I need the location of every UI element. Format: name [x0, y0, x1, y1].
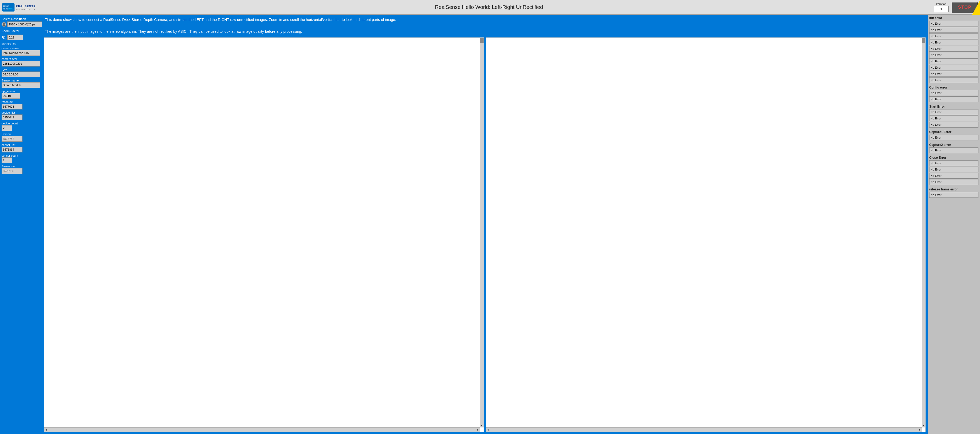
sensor-list-group: sensor_list — [2, 143, 40, 152]
close-error-1[interactable] — [929, 167, 978, 172]
api-version-label: api_version — [2, 89, 40, 93]
zoom-section: Zoom Factor — [2, 29, 40, 33]
init-error-9[interactable] — [929, 77, 978, 83]
zoom-icon — [2, 35, 6, 40]
logo-area: (intel) REAL SENSE REALSENSE TECHNOLOGY — [2, 3, 44, 11]
rscontext-group: rscontext — [2, 101, 40, 110]
left-panel-hscrollbar[interactable]: ◄ ► — [44, 428, 480, 432]
init-error-6[interactable] — [929, 58, 978, 64]
sensor-name-label: Sensor name — [2, 79, 40, 82]
device-list-input[interactable] — [2, 115, 22, 120]
dev-out-label: Dev out — [2, 132, 40, 136]
camera-name-input[interactable] — [2, 50, 40, 56]
sensor-count-group: sensor count — [2, 154, 40, 163]
device-list-group: device_list — [2, 111, 40, 120]
start-error-1[interactable] — [929, 115, 978, 121]
rscontext-input[interactable] — [2, 104, 22, 110]
app-title: RealSense Hello World: Left-Right UnRect… — [44, 4, 934, 10]
left-hscroll-right-arrow[interactable]: ► — [477, 429, 480, 431]
start-error-0[interactable] — [929, 109, 978, 115]
init-error-label: init error — [929, 16, 978, 20]
camera-name-label: camera name — [2, 46, 40, 50]
left-hscroll-left-arrow[interactable]: ◄ — [44, 429, 48, 431]
right-image-panel: ▲ ▼ ◄ ► — [486, 37, 926, 432]
right-panel-hscrollbar[interactable]: ◄ ► — [486, 428, 922, 432]
svg-text:(intel): (intel) — [3, 5, 9, 7]
init-error-3[interactable] — [929, 40, 978, 45]
capture2-error-label: Capture2 error — [929, 143, 978, 147]
start-error-label: Start Error — [929, 105, 978, 108]
camera-sn-group: camera S/N — [2, 57, 40, 67]
intel-logo: (intel) REAL SENSE — [2, 3, 15, 11]
device-list-label: device_list — [2, 111, 40, 114]
yellow-triangle-decoration — [972, 0, 980, 15]
api-version-input[interactable] — [2, 93, 20, 99]
fw-group: F/W — [2, 68, 40, 77]
init-error-8[interactable] — [929, 71, 978, 77]
right-panel-vscrollbar[interactable]: ▲ ▼ — [922, 38, 925, 428]
left-panel-vscrollbar[interactable]: ▲ ▼ — [480, 38, 484, 428]
release-frame-error-0[interactable] — [929, 192, 978, 198]
right-sidebar: init error Config error Start Error Capt… — [928, 15, 980, 434]
init-error-2[interactable] — [929, 33, 978, 39]
camera-sn-input[interactable] — [2, 61, 40, 67]
dev-out-input[interactable] — [2, 136, 22, 142]
image-panels: ▲ ▼ ◄ ► ▲ ▼ ◄ — [44, 37, 926, 432]
close-error-2[interactable] — [929, 173, 978, 179]
device-count-input[interactable] — [2, 125, 12, 131]
init-error-5[interactable] — [929, 52, 978, 58]
resolution-icon: ● — [2, 22, 6, 27]
right-vscroll-down-arrow[interactable]: ▼ — [922, 424, 925, 428]
top-bar: (intel) REAL SENSE REALSENSE TECHNOLOGY … — [0, 0, 980, 15]
capture1-error-label: Capture1 Error — [929, 130, 978, 134]
config-error-0[interactable] — [929, 90, 978, 96]
resolution-input[interactable] — [7, 21, 42, 27]
config-error-label: Config error — [929, 86, 978, 89]
iteration-label: iteration — [936, 2, 946, 5]
capture1-error-0[interactable] — [929, 135, 978, 140]
right-hscroll-right-arrow[interactable]: ► — [918, 429, 922, 431]
sensor-list-label: sensor_list — [2, 143, 40, 147]
iteration-input[interactable] — [934, 6, 948, 12]
svg-text:●: ● — [3, 24, 5, 26]
init-error-1[interactable] — [929, 27, 978, 33]
close-error-0[interactable] — [929, 160, 978, 166]
fw-input[interactable] — [2, 72, 40, 77]
api-version-group: api_version — [2, 89, 40, 99]
resolution-row: ● — [2, 21, 40, 27]
capture2-error-0[interactable] — [929, 147, 978, 153]
sensor-list-input[interactable] — [2, 147, 22, 152]
release-frame-error-section: release frame error — [929, 188, 978, 198]
capture1-error-section: Capture1 Error — [929, 130, 978, 140]
main-layout: Select Resolution ● Zoom Factor — [0, 15, 980, 434]
left-vscroll-down-arrow[interactable]: ▼ — [480, 424, 484, 428]
fw-label: F/W — [2, 68, 40, 71]
start-error-2[interactable] — [929, 122, 978, 128]
release-frame-error-label: release frame error — [929, 188, 978, 191]
device-count-label: device count — [2, 122, 40, 125]
close-error-3[interactable] — [929, 179, 978, 185]
description-text: This demo shows how to connect a RealSen… — [44, 17, 926, 34]
svg-line-7 — [5, 38, 6, 39]
left-vscroll-thumb[interactable] — [480, 38, 484, 43]
sensor-out-input[interactable] — [2, 168, 22, 174]
sensor-count-input[interactable] — [2, 157, 12, 163]
iteration-group: iteration — [934, 2, 948, 12]
zoom-input[interactable] — [7, 35, 23, 40]
right-hscroll-left-arrow[interactable]: ◄ — [486, 429, 490, 431]
sensor-name-group: Sensor name — [2, 79, 40, 88]
capture2-error-section: Capture2 error — [929, 143, 978, 153]
center-content: This demo shows how to connect a RealSen… — [42, 15, 928, 434]
init-results-label: init results — [2, 42, 40, 46]
init-error-0[interactable] — [929, 21, 978, 26]
config-error-1[interactable] — [929, 96, 978, 102]
init-error-7[interactable] — [929, 65, 978, 70]
dev-out-group: Dev out — [2, 132, 40, 142]
config-error-section: Config error — [929, 86, 978, 102]
init-error-section: init error — [929, 16, 978, 83]
init-error-4[interactable] — [929, 46, 978, 52]
right-vscroll-thumb[interactable] — [922, 38, 925, 43]
svg-text:SENSE: SENSE — [8, 8, 14, 10]
sensor-name-input[interactable] — [2, 82, 40, 88]
camera-name-group: camera name — [2, 46, 40, 56]
